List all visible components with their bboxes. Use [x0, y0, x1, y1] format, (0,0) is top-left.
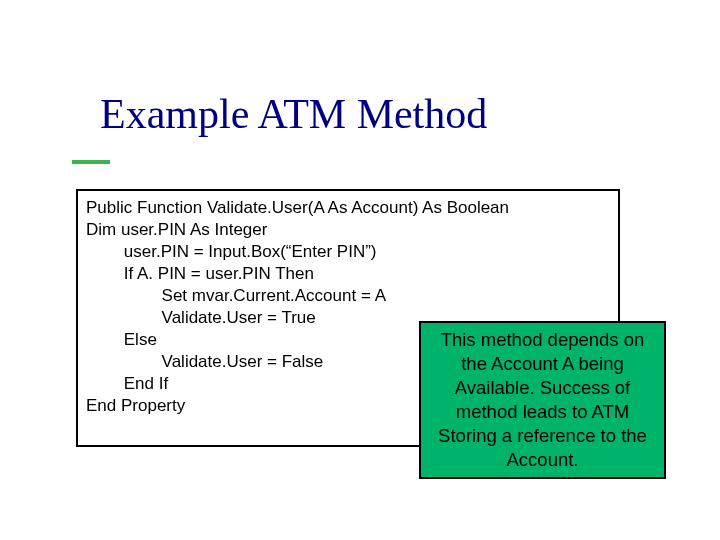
explanation-box: This method depends on the Account A bei…: [419, 321, 666, 479]
code-line: Dim user.PIN As Integer: [86, 219, 610, 241]
code-line: user.PIN = Input.Box(“Enter PIN”): [86, 241, 610, 263]
code-line: Set mvar.Current.Account = A: [86, 285, 610, 307]
code-line: Public Function Validate.User(A As Accou…: [86, 197, 610, 219]
slide: Example ATM Method Public Function Valid…: [0, 0, 720, 540]
explanation-text: This method depends on the Account A bei…: [429, 328, 656, 472]
slide-title: Example ATM Method: [100, 90, 487, 138]
code-line: If A. PIN = user.PIN Then: [86, 263, 610, 285]
title-accent: [72, 160, 110, 164]
